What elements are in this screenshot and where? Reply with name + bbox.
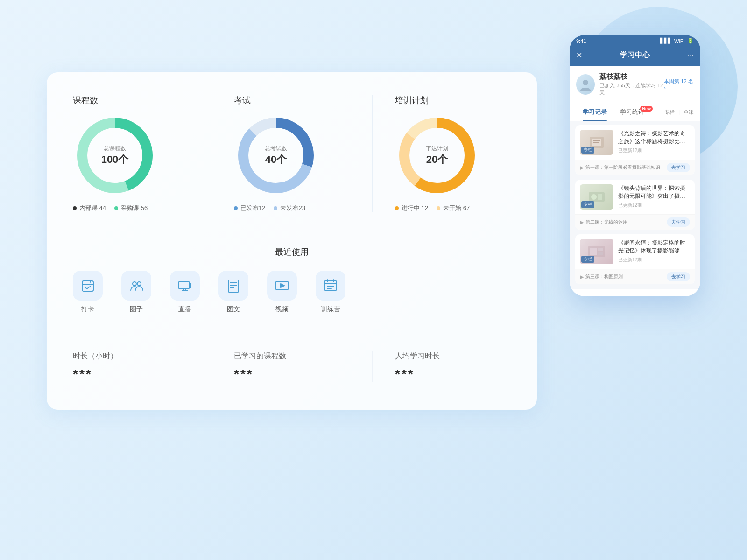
battery-icon: 🔋 bbox=[687, 38, 694, 44]
course-footer-2: ▶ 第三课：构图原则 去学习 bbox=[575, 269, 695, 284]
stat-title-exam: 考试 bbox=[234, 95, 251, 106]
donut-center-training: 下达计划 20个 bbox=[426, 145, 448, 167]
lesson-icon-2: ▶ bbox=[580, 274, 584, 280]
recent-title: 最近使用 bbox=[73, 246, 511, 258]
icon-item-0[interactable]: 打卡 bbox=[73, 271, 103, 314]
course-thumb-1: 专栏 bbox=[580, 184, 613, 210]
icon-item-3[interactable]: 图文 bbox=[218, 271, 248, 314]
legend-dot-exam-1 bbox=[274, 206, 277, 210]
stats-row: 课程数 总课程数 100个 bbox=[73, 95, 511, 212]
legend-item-training-1: 未开始 67 bbox=[437, 204, 470, 212]
user-sub: 已加入 365天，连续学习 12 天 bbox=[599, 82, 664, 96]
tab-right: 专栏 | 单课 bbox=[664, 103, 694, 121]
go-learn-btn-2[interactable]: 去学习 bbox=[667, 272, 690, 281]
course-main-1: 专栏 《镜头背后的世界：探索摄影的无限可能》突出了摄影不仅仅是按… 已更新12期 bbox=[575, 180, 695, 214]
icon-item-1[interactable]: 圈子 bbox=[121, 271, 151, 314]
phone-status-icons: ▋▋▋ WiFi 🔋 bbox=[660, 38, 694, 44]
lesson-label-0: ▶ 第一课：第一阶段必看摄影基础知识 bbox=[580, 164, 660, 171]
icon-item-5[interactable]: 训练营 bbox=[316, 271, 345, 314]
course-update-0: 已更新12期 bbox=[618, 147, 690, 154]
dashboard-card: 课程数 总课程数 100个 bbox=[47, 72, 537, 410]
user-profile: 荔枝荔枝 已加入 365天，连续学习 12 天 本周第 12 名 › bbox=[570, 66, 700, 103]
icon-label-2: 直播 bbox=[178, 305, 191, 314]
thumb-tag-1: 专栏 bbox=[581, 201, 594, 208]
lesson-icon-1: ▶ bbox=[580, 219, 584, 225]
course-info-1: 《镜头背后的世界：探索摄影的无限可能》突出了摄影不仅仅是按… 已更新12期 bbox=[618, 184, 690, 210]
tab-stats[interactable]: 学习统计 New bbox=[613, 103, 651, 121]
svg-point-32 bbox=[583, 80, 588, 85]
divider-1 bbox=[73, 231, 511, 231]
icon-label-5: 训练营 bbox=[321, 305, 340, 314]
donut-center-courses: 总课程数 100个 bbox=[101, 145, 129, 167]
checkin-icon bbox=[80, 278, 95, 293]
phone-tabs: 学习记录 学习统计 New 专栏 | 单课 bbox=[570, 103, 700, 121]
tab-record[interactable]: 学习记录 bbox=[576, 103, 613, 121]
stat-bottom-value-hours: *** bbox=[73, 367, 189, 382]
stat-bottom-courses: 已学习的课程数 *** bbox=[211, 351, 350, 382]
svg-point-38 bbox=[591, 194, 597, 200]
legend-dot-exam-0 bbox=[234, 206, 238, 210]
rank-badge[interactable]: 本周第 12 名 › bbox=[664, 78, 694, 91]
icon-label-3: 图文 bbox=[227, 305, 240, 314]
icon-label-1: 圈子 bbox=[130, 305, 143, 314]
stat-bottom-value-avg: *** bbox=[395, 367, 511, 382]
course-update-2: 已更新12期 bbox=[618, 257, 690, 263]
course-item-0: 专栏 《光影之诗：摄影艺术的奇之旅》这个标题将摄影比喻成一首… 已更新12期 ▶… bbox=[575, 125, 695, 175]
icon-box-2 bbox=[170, 271, 200, 301]
icon-grid: 打卡 圈子 bbox=[73, 271, 511, 314]
donut-center-exam: 总考试数 40个 bbox=[265, 145, 287, 167]
user-name: 荔枝荔枝 bbox=[599, 72, 664, 81]
user-left: 荔枝荔枝 已加入 365天，连续学习 12 天 bbox=[576, 72, 664, 96]
course-item-2: 专栏 《瞬间永恒：摄影定格的时光记忆》体现了摄影能够将瞬间的美… 已更新12期 … bbox=[575, 234, 695, 284]
course-thumb-0: 专栏 bbox=[580, 130, 613, 155]
legend-item-training-0: 进行中 12 bbox=[395, 204, 428, 212]
course-title-2: 《瞬间永恒：摄影定格的时光记忆》体现了摄影能够将瞬间的美… bbox=[618, 239, 690, 255]
course-thumb-2: 专栏 bbox=[580, 239, 613, 264]
lesson-label-2: ▶ 第三课：构图原则 bbox=[580, 273, 623, 280]
phone-time: 9:41 bbox=[576, 38, 586, 44]
icon-box-4 bbox=[267, 271, 297, 301]
stat-bottom-label-hours: 时长（小时） bbox=[73, 351, 189, 361]
course-info-0: 《光影之诗：摄影艺术的奇之旅》这个标题将摄影比喻成一首… 已更新12期 bbox=[618, 130, 690, 155]
nav-title: 学习中心 bbox=[620, 50, 650, 60]
avatar-img bbox=[578, 77, 592, 91]
course-footer-0: ▶ 第一课：第一阶段必看摄影基础知识 去学习 bbox=[575, 160, 695, 175]
close-icon[interactable]: ✕ bbox=[576, 51, 582, 60]
icon-label-4: 视频 bbox=[275, 305, 289, 314]
legend-exam: 已发布12 未发布23 bbox=[234, 204, 305, 212]
lesson-label-1: ▶ 第二课：光线的运用 bbox=[580, 219, 627, 225]
legend-dot-1 bbox=[114, 206, 118, 210]
go-learn-btn-0[interactable]: 去学习 bbox=[667, 163, 690, 172]
course-update-1: 已更新12期 bbox=[618, 202, 690, 209]
avatar bbox=[576, 74, 595, 95]
live-icon bbox=[177, 278, 192, 293]
phone-nav-bar: ✕ 学习中心 ··· bbox=[570, 47, 700, 66]
donut-courses: 总课程数 100个 bbox=[73, 113, 157, 197]
svg-rect-21 bbox=[228, 280, 239, 292]
phone-status-bar: 9:41 ▋▋▋ WiFi 🔋 bbox=[570, 35, 700, 47]
legend-dot-training-1 bbox=[437, 206, 440, 210]
stat-title-courses: 课程数 bbox=[73, 95, 98, 106]
svg-point-16 bbox=[137, 282, 141, 286]
legend-item-1: 采购课 56 bbox=[114, 204, 148, 212]
recent-section: 最近使用 打卡 bbox=[73, 246, 511, 382]
icon-item-4[interactable]: 视频 bbox=[267, 271, 297, 314]
go-learn-btn-1[interactable]: 去学习 bbox=[667, 217, 690, 227]
course-title-1: 《镜头背后的世界：探索摄影的无限可能》突出了摄影不仅仅是按… bbox=[618, 184, 690, 200]
more-icon[interactable]: ··· bbox=[688, 51, 694, 60]
legend-item-exam-1: 未发布23 bbox=[274, 204, 305, 212]
stat-bottom-value-courses: *** bbox=[234, 367, 350, 382]
wifi-icon: WiFi bbox=[674, 38, 684, 44]
article-icon bbox=[226, 278, 241, 293]
camp-icon bbox=[323, 278, 338, 293]
thumb-tag-0: 专栏 bbox=[581, 147, 594, 154]
legend-item-exam-0: 已发布12 bbox=[234, 204, 265, 212]
legend-dot-0 bbox=[73, 206, 77, 210]
icon-item-2[interactable]: 直播 bbox=[170, 271, 200, 314]
stat-bottom-avg: 人均学习时长 *** bbox=[372, 351, 511, 382]
thumb-tag-2: 专栏 bbox=[581, 256, 594, 263]
new-badge: New bbox=[640, 106, 653, 112]
stat-block-courses: 课程数 总课程数 100个 bbox=[73, 95, 189, 212]
svg-rect-43 bbox=[598, 252, 603, 255]
course-info-2: 《瞬间永恒：摄影定格的时光记忆》体现了摄影能够将瞬间的美… 已更新12期 bbox=[618, 239, 690, 264]
